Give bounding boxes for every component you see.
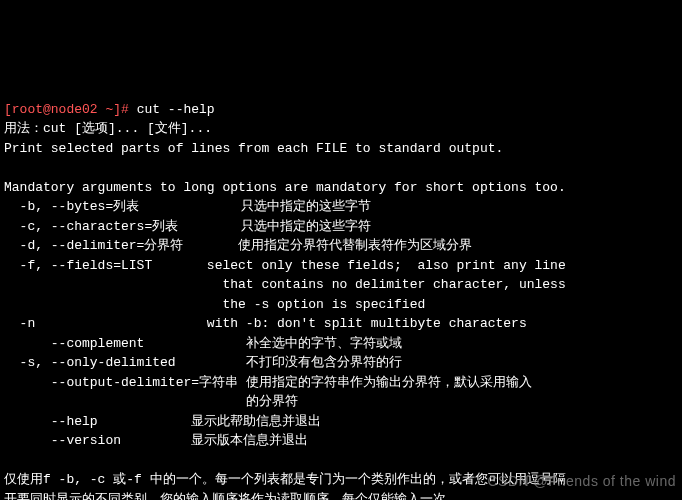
option-characters: -c, --characters=列表 只选中指定的这些字符	[4, 219, 371, 234]
command-text: cut --help	[137, 102, 215, 117]
mandatory-line: Mandatory arguments to long options are …	[4, 180, 566, 195]
option-only-delimited: -s, --only-delimited 不打印没有包含分界符的行	[4, 355, 402, 370]
terminal-output: [root@node02 ~]# cut --help 用法：cut [选项].…	[4, 80, 678, 500]
prompt-line: [root@node02 ~]# cut --help	[4, 102, 215, 117]
usage-line: 用法：cut [选项]... [文件]...	[4, 121, 212, 136]
option-n: -n with -b: don't split multibyte charac…	[4, 316, 527, 331]
note-line-2: 开要同时显示的不同类别。您的输入顺序将作为读取顺序，每个仅能输入一次。	[4, 492, 459, 501]
option-delimiter: -d, --delimiter=分界符 使用指定分界符代替制表符作为区域分界	[4, 238, 472, 253]
prompt-user-host: [root@node02 ~]#	[4, 102, 137, 117]
option-output-delimiter-2: 的分界符	[4, 394, 298, 409]
option-output-delimiter-1: --output-delimiter=字符串 使用指定的字符串作为输出分界符，默…	[4, 375, 532, 390]
option-complement: --complement 补全选中的字节、字符或域	[4, 336, 402, 351]
watermark-text: CSDN @Friends of the wind	[487, 471, 676, 492]
option-bytes: -b, --bytes=列表 只选中指定的这些字节	[4, 199, 371, 214]
option-fields-2: that contains no delimiter character, un…	[4, 277, 566, 292]
option-fields-1: -f, --fields=LIST select only these fiel…	[4, 258, 566, 273]
option-help: --help 显示此帮助信息并退出	[4, 414, 321, 429]
option-version: --version 显示版本信息并退出	[4, 433, 308, 448]
note-line-1: 仅使用f -b, -c 或-f 中的一个。每一个列表都是专门为一个类别作出的，或…	[4, 472, 566, 487]
option-fields-3: the -s option is specified	[4, 297, 425, 312]
description-line: Print selected parts of lines from each …	[4, 141, 503, 156]
